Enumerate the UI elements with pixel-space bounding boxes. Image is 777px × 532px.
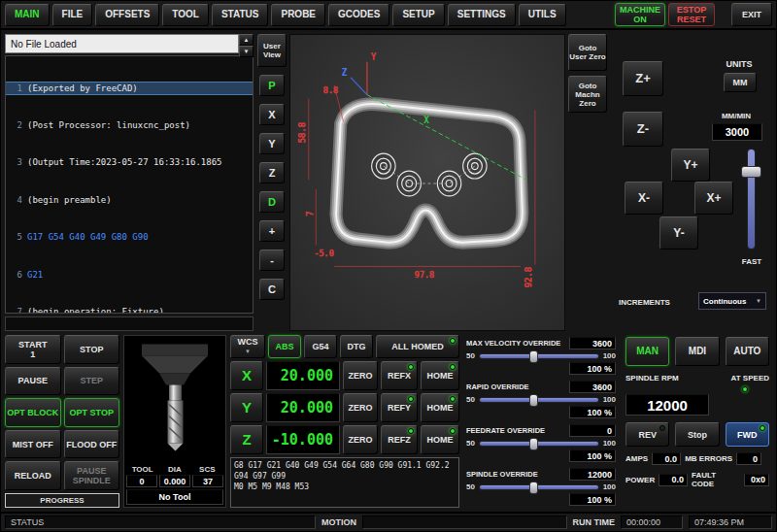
jog-x-minus-button[interactable]: X- [625,182,663,215]
goto-machine-zero-button[interactable]: Goto Machn Zero [568,76,607,113]
menu-item-settings[interactable]: SETTINGS [448,4,516,26]
ref-z-button[interactable]: REFZ [381,425,418,454]
mist-button[interactable]: MIST OFF [5,430,61,459]
menu-item-probe[interactable]: PROBE [271,4,325,26]
line-number: 7 [6,306,22,314]
gcode-line[interactable]: 7(begin operation: Fixture) [6,306,253,314]
max-velocity-slider-handle[interactable] [529,350,538,363]
spindle-stop-button[interactable]: Stop [675,422,719,447]
view-y-button[interactable]: Y [259,133,285,154]
gcode-editor[interactable]: 1(Exported by FreeCAD) 2(Post Processor:… [5,55,253,314]
user-view-button[interactable]: User View [257,34,287,67]
zero-x-button[interactable]: ZERO [343,361,378,390]
menu-item-tool[interactable]: TOOL [162,4,209,26]
abs-button[interactable]: ABS [268,335,301,358]
gcode-line[interactable]: 2(Post Processor: linuxcnc_post) [6,119,253,132]
menu-item-setup[interactable]: SETUP [392,4,444,26]
slider-max-label: 100 [603,351,616,360]
jog-z-plus-button[interactable]: Z+ [623,61,663,96]
jog-z-minus-button[interactable]: Z- [623,112,663,147]
scroll-down-icon[interactable]: ▼ [239,46,253,57]
cycle-row: PAUSE STEP [5,367,119,396]
increments-dropdown[interactable]: Continuous ▼ [698,292,766,310]
spindle-override-slider-handle[interactable] [529,482,538,494]
gcode-line[interactable]: 6G21 [6,269,253,282]
pause-button[interactable]: PAUSE [5,367,61,396]
line-number: 1 [6,83,22,95]
menu-item-offsets[interactable]: OFFSETS [95,4,159,26]
cycle-start-button[interactable]: START 1 [5,335,61,364]
zero-y-button[interactable]: ZERO [343,393,378,422]
bottom-row: START 1 STOP PAUSE STEP OPT BLOCK OPT ST… [1,335,776,512]
spindle-fwd-button[interactable]: FWD [726,422,769,447]
jog-y-minus-button[interactable]: Y- [659,216,698,249]
mdi-input[interactable] [5,316,253,331]
view-z-button[interactable]: Z [259,162,285,183]
cycle-stop-button[interactable]: STOP [64,335,120,364]
flood-button[interactable]: FLOOD OFF [64,430,120,459]
feedrate-override-slider[interactable] [479,441,599,447]
manual-mode-button[interactable]: MAN [625,337,669,366]
gcode-line[interactable]: 4(begin preamble) [6,194,253,207]
ref-x-button[interactable]: REFX [381,361,418,390]
z-axis-button[interactable]: Z [230,425,263,454]
exit-button[interactable]: EXIT [731,3,772,26]
optional-stop-button[interactable]: OPT STOP [64,398,120,427]
pause-spindle-button[interactable]: PAUSE SPINDLE [64,461,120,490]
line-number: 4 [6,194,22,207]
dtg-button[interactable]: DTG [340,335,373,358]
spindle-rev-button[interactable]: REV [625,422,669,447]
line-number: 6 [6,269,22,282]
menu-item-utils[interactable]: UTILS [519,4,566,26]
jog-speed-slider[interactable] [747,149,756,249]
view-d-button[interactable]: D [259,191,285,213]
spindle-override-percent: 100 % [569,493,616,506]
home-y-button[interactable]: HOME [421,393,459,422]
menu-item-status[interactable]: STATUS [212,4,269,26]
wcs-dropdown-button[interactable]: WCS ▼ [230,335,265,358]
max-velocity-slider[interactable] [479,353,599,359]
estop-reset-button[interactable]: ESTOP RESET [668,3,715,26]
g54-button[interactable]: G54 [304,335,337,358]
view-x-button[interactable]: X [259,104,285,125]
zoom-in-button[interactable]: + [259,220,285,242]
ref-y-button[interactable]: REFY [381,393,418,422]
jog-speed-slider-handle[interactable] [741,166,761,178]
menu-item-main[interactable]: MAIN [5,4,50,26]
auto-mode-button[interactable]: AUTO [726,337,769,366]
jog-x-plus-button[interactable]: X+ [694,182,733,215]
zero-z-button[interactable]: ZERO [343,425,378,454]
ref-z-label: REFZ [388,435,411,445]
machine-on-button[interactable]: MACHINE ON [615,3,665,26]
clear-view-button[interactable]: C [259,279,285,300]
home-x-button[interactable]: HOME [421,361,459,390]
menu-item-gcodes[interactable]: GCODES [328,4,389,26]
loaded-file-dropdown[interactable]: No File Loaded [5,34,239,53]
jog-y-plus-button[interactable]: Y+ [671,149,710,182]
x-axis-button[interactable]: X [230,361,263,390]
y-axis-button[interactable]: Y [230,393,263,422]
gcode-line[interactable]: 3(Output Time:2023-05-27 16:33:16.1865 [6,156,253,169]
toolpath-preview[interactable]: Y Z X 8.8 58.8 7 [289,34,565,331]
gcode-line[interactable]: 1(Exported by FreeCAD) [6,83,253,95]
feedrate-override-label: FEEDRATE OVERRIDE [466,426,545,435]
rapid-override-slider-handle[interactable] [529,394,538,407]
zoom-out-button[interactable]: - [259,249,285,271]
optional-block-button[interactable]: OPT BLOCK [5,398,61,427]
spindle-override-slider[interactable] [479,484,599,490]
view-p-button[interactable]: P [259,75,285,96]
mdi-mode-button[interactable]: MDI [675,337,719,366]
home-z-button[interactable]: HOME [421,425,459,454]
reload-button[interactable]: RELOAD [5,461,61,490]
feedrate-override-slider-handle[interactable] [529,438,538,450]
units-mm-button[interactable]: MM [724,73,757,92]
goto-user-zero-button[interactable]: Goto User Zero [568,34,607,71]
step-button[interactable]: STEP [64,367,120,396]
scroll-up-icon[interactable]: ▲ [239,34,253,46]
gcode-line[interactable]: 5G17 G54 G40 G49 G80 G90 [6,231,253,244]
power-label: POWER [625,476,655,484]
menu-item-file[interactable]: FILE [52,4,93,26]
rapid-override-slider[interactable] [479,397,599,403]
overrides-panel: MAX VELOCITY OVERRIDE 3600 50 100 100 % … [463,335,619,508]
all-homed-button[interactable]: ALL HOMED [376,335,459,358]
